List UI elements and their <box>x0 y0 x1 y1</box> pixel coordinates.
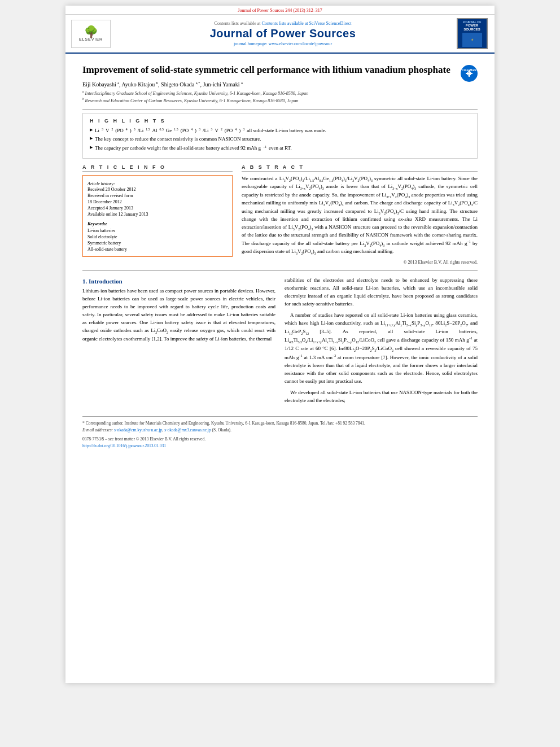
article-info-column: A R T I C L E I N F O Article history: R… <box>82 164 233 265</box>
revised-label: Received in revised form <box>88 193 228 198</box>
journal-homepage: journal homepage: www.elsevier.com/locat… <box>116 41 449 46</box>
homepage-label: journal homepage: <box>234 41 269 46</box>
body-col-right: stabilities of the electrodes and electr… <box>285 277 478 408</box>
crossmark-icon: CrossMark <box>461 65 478 82</box>
abstract-column: A B S T R A C T We constructed a Li3V2(P… <box>242 164 478 265</box>
revised-date: 18 December 2012 <box>88 199 228 204</box>
journal-right-logo: JOURNAL OF POWERSOURCES ⚡ <box>455 18 489 49</box>
body-text-left: Lithium-ion batteries have been used as … <box>82 287 275 343</box>
body-text-right: stabilities of the electrodes and electr… <box>285 277 478 405</box>
keywords-label: Keywords: <box>88 221 228 226</box>
copyright-line: © 2013 Elsevier B.V. All rights reserved… <box>242 260 478 265</box>
crossmark-badge[interactable]: CrossMark <box>461 65 478 82</box>
keyword-4: All-solid-state battery <box>88 247 228 252</box>
received-date: Received 28 October 2012 <box>88 187 228 192</box>
email-link-1[interactable]: s-okada@cm.kyushu-u.ac.jp <box>114 427 162 433</box>
elsevier-brand-text: ELSEVIER <box>79 37 103 41</box>
footnotes-section: * Corresponding author. Institute for Ma… <box>82 416 478 449</box>
keywords-section: Keywords: Li-ion batteries Solid electro… <box>88 221 228 252</box>
body-col-left: 1. Introduction Lithium-ion batteries ha… <box>82 277 275 408</box>
journal-banner: Journal of Power Sources 244 (2013) 312–… <box>65 6 495 15</box>
info-abstract-columns: A R T I C L E I N F O Article history: R… <box>82 164 478 265</box>
highlight-item-3: The capacity per cathode weight for the … <box>90 145 470 152</box>
title-section: CrossMark Improvement of solid-state sym… <box>82 64 478 76</box>
issn-text: 0378-7753/$ – see front matter © 2013 El… <box>82 436 205 442</box>
abstract-text: We constructed a Li3V2(PO4)3/Li1.5Al0.5G… <box>242 175 478 257</box>
elsevier-logo: 🌳 ELSEVIER <box>71 20 111 48</box>
article-info-label: A R T I C L E I N F O <box>82 164 233 172</box>
highlights-label: H I G H L I G H T S <box>90 118 470 124</box>
intro-para-2: stabilities of the electrodes and electr… <box>285 277 478 308</box>
keyword-3: Symmetric battery <box>88 241 228 246</box>
intro-para-1: Lithium-ion batteries have been used as … <box>82 287 275 343</box>
doi-line: http://dx.doi.org/10.1016/j.jpowsour.201… <box>82 443 478 449</box>
affiliation-a: a Interdisciplinary Graduate School of E… <box>82 90 478 97</box>
divider-2 <box>82 270 478 271</box>
intro-para-3: A number of studies have reported on all… <box>285 312 478 386</box>
journal-header: 🌳 ELSEVIER Contents lists available at C… <box>65 15 495 54</box>
section-1-heading: 1. Introduction <box>82 278 275 285</box>
keywords-list: Li-ion batteries Solid electrolyte Symme… <box>88 228 228 252</box>
keyword-2: Solid electrolyte <box>88 234 228 239</box>
body-columns: 1. Introduction Lithium-ion batteries ha… <box>82 277 478 408</box>
sciverse-link[interactable]: Contents lists available at SciVerse Sci… <box>262 21 352 26</box>
email-link-2[interactable]: s-okada@mx3.canvas.ne.jp <box>164 427 211 433</box>
highlights-section: H I G H L I G H T S Li3V2(PO4)3/Li1.5Al0… <box>82 113 478 159</box>
affiliations: a Interdisciplinary Graduate School of E… <box>82 90 478 104</box>
journal-citation: Journal of Power Sources 244 (2013) 312–… <box>238 8 322 13</box>
journal-logo-box: JOURNAL OF POWERSOURCES ⚡ <box>457 18 488 49</box>
journal-title: Journal of Power Sources <box>116 27 449 40</box>
highlight-item-2: The key concept to reduce the contact re… <box>90 136 470 143</box>
homepage-url[interactable]: www.elsevier.com/locate/jpowsour <box>269 41 332 46</box>
highlight-item-1: Li3V2(PO4)3/Li1.5Al0.5Ge1.5(PO4)3/Li3V2 … <box>90 127 470 134</box>
keyword-1: Li-ion batteries <box>88 228 228 233</box>
divider-1 <box>82 109 478 110</box>
affiliation-b: b Research and Education Center of Carbo… <box>82 97 478 104</box>
article-info-box: Article history: Received 28 October 201… <box>82 175 233 257</box>
elsevier-tree-icon: 🌳 <box>84 26 98 37</box>
doi-link[interactable]: http://dx.doi.org/10.1016/j.jpowsour.201… <box>82 443 166 448</box>
email-footnote: E-mail addresses: s-okada@cm.kyushu-u.ac… <box>82 427 478 434</box>
history-label: Article history: <box>88 181 228 186</box>
highlights-list: Li3V2(PO4)3/Li1.5Al0.5Ge1.5(PO4)3/Li3V2 … <box>90 127 470 152</box>
authors-line: Eiji Kobayashi a, Ayuko Kitajou b, Shige… <box>82 81 478 88</box>
article-page: Journal of Power Sources 244 (2013) 312–… <box>65 6 495 683</box>
corresponding-footnote: * Corresponding author. Institute for Ma… <box>82 420 478 427</box>
journal-center-info: Contents lists available at Contents lis… <box>116 21 449 46</box>
article-content: CrossMark Improvement of solid-state sym… <box>65 54 495 461</box>
article-title: Improvement of solid-state symmetric cel… <box>82 64 478 76</box>
intro-para-4: We developed all solid-state Li-ion batt… <box>285 389 478 405</box>
abstract-label: A B S T R A C T <box>242 164 478 172</box>
sciverse-line: Contents lists available at Contents lis… <box>116 21 449 26</box>
available-date: Available online 12 January 2013 <box>88 212 228 217</box>
issn-line: 0378-7753/$ – see front matter © 2013 El… <box>82 436 478 443</box>
accepted-date: Accepted 4 January 2013 <box>88 206 228 211</box>
